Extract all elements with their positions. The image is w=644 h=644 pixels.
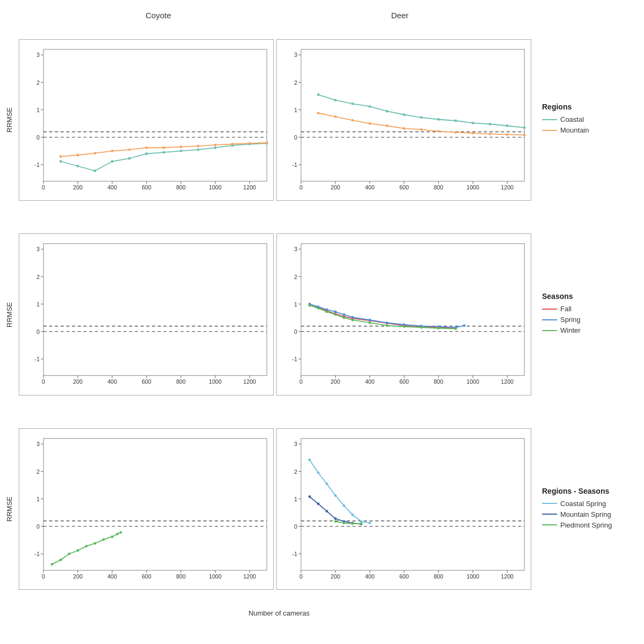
y-label-2: RRMSE — [5, 496, 16, 522]
svg-point-95 — [352, 119, 354, 121]
svg-text:0: 0 — [294, 134, 297, 140]
svg-point-189 — [343, 317, 346, 319]
svg-text:400: 400 — [107, 378, 117, 385]
svg-text:1200: 1200 — [501, 184, 514, 191]
svg-text:0: 0 — [36, 523, 40, 530]
svg-text:400: 400 — [365, 378, 375, 385]
svg-point-232 — [116, 533, 119, 536]
svg-point-261 — [309, 458, 311, 461]
svg-point-46 — [163, 146, 165, 149]
svg-text:400: 400 — [107, 573, 117, 580]
svg-point-34 — [180, 149, 182, 152]
svg-point-192 — [386, 324, 389, 327]
svg-text:1: 1 — [36, 496, 40, 502]
svg-text:1200: 1200 — [243, 184, 256, 191]
svg-point-226 — [68, 552, 71, 555]
svg-text:3: 3 — [36, 441, 40, 447]
svg-point-86 — [420, 116, 423, 119]
svg-point-100 — [437, 130, 440, 133]
svg-text:0: 0 — [36, 328, 40, 335]
charts-in-row-2: -10123020040060080010001200 -10123020040… — [19, 428, 531, 590]
legend-area-2: Regions - Seasons Coastal Spring Mountai… — [531, 487, 639, 532]
svg-text:200: 200 — [73, 184, 83, 191]
svg-point-279 — [360, 522, 363, 525]
svg-point-87 — [437, 118, 440, 121]
svg-point-82 — [352, 102, 354, 105]
main-container: Coyote Deer RRMSE -101230200400600800100… — [0, 0, 644, 644]
rows-area: RRMSE -10123020040060080010001200 -10123… — [5, 23, 639, 606]
svg-text:0: 0 — [36, 134, 40, 140]
svg-point-36 — [214, 146, 217, 149]
svg-text:1200: 1200 — [243, 573, 256, 580]
svg-text:2: 2 — [294, 79, 297, 85]
svg-point-186 — [317, 307, 320, 310]
svg-point-48 — [197, 144, 200, 147]
svg-point-96 — [369, 122, 371, 125]
legend-title-2: Regions - Seasons — [542, 487, 639, 495]
svg-point-41 — [77, 153, 79, 156]
svg-point-196 — [455, 327, 457, 330]
svg-rect-133 — [301, 244, 524, 376]
y-label-1: RRMSE — [5, 302, 16, 327]
legend-item-coastal: Coastal — [542, 115, 639, 123]
svg-point-268 — [369, 522, 371, 524]
legend-label-mountain-spring: Mountain Spring — [560, 510, 611, 518]
svg-text:600: 600 — [142, 378, 151, 385]
svg-point-97 — [386, 124, 389, 127]
svg-text:600: 600 — [399, 184, 409, 191]
svg-text:1: 1 — [294, 301, 297, 308]
svg-point-88 — [455, 119, 457, 122]
svg-point-105 — [523, 134, 526, 136]
svg-text:1000: 1000 — [209, 378, 222, 385]
svg-text:3: 3 — [294, 52, 297, 58]
svg-text:800: 800 — [434, 573, 443, 580]
svg-text:200: 200 — [73, 378, 83, 385]
svg-point-80 — [317, 93, 320, 96]
svg-point-30 — [111, 160, 114, 163]
col-header-deer: Deer — [279, 11, 521, 20]
svg-text:-1: -1 — [34, 551, 39, 557]
svg-point-99 — [420, 128, 423, 131]
svg-text:1200: 1200 — [501, 378, 514, 385]
svg-point-272 — [334, 517, 337, 520]
svg-text:3: 3 — [36, 52, 40, 58]
svg-text:200: 200 — [331, 184, 340, 191]
legend-line-coastal — [542, 119, 557, 120]
svg-text:400: 400 — [365, 573, 375, 580]
svg-point-233 — [120, 531, 122, 534]
svg-text:0: 0 — [299, 573, 303, 580]
svg-text:1: 1 — [294, 496, 297, 502]
svg-text:3: 3 — [294, 246, 297, 253]
svg-point-276 — [334, 520, 337, 523]
col-headers: Coyote Deer — [38, 11, 521, 20]
svg-point-91 — [506, 124, 509, 127]
svg-point-224 — [51, 563, 54, 566]
svg-text:400: 400 — [365, 184, 375, 191]
legend-item-winter: Winter — [542, 326, 639, 334]
svg-point-50 — [231, 143, 234, 145]
svg-point-51 — [248, 142, 251, 144]
charts-in-row-1: -10123020040060080010001200 -10123020040… — [19, 233, 531, 396]
svg-text:0: 0 — [299, 184, 303, 191]
svg-point-266 — [352, 514, 354, 516]
svg-text:0: 0 — [294, 523, 297, 530]
legend-label-coastal: Coastal — [560, 115, 584, 123]
svg-point-49 — [214, 143, 217, 146]
svg-text:1000: 1000 — [209, 573, 222, 580]
svg-point-27 — [60, 160, 62, 163]
svg-point-270 — [317, 502, 320, 505]
svg-text:1000: 1000 — [466, 573, 479, 580]
svg-point-179 — [386, 321, 389, 324]
y-label-0: RRMSE — [5, 107, 16, 133]
svg-point-101 — [455, 131, 457, 134]
chart-panel-2-1: -10123020040060080010001200 — [276, 428, 531, 590]
legend-line-spring — [542, 319, 557, 320]
svg-text:3: 3 — [36, 246, 40, 253]
svg-point-81 — [334, 99, 337, 101]
svg-point-193 — [403, 325, 406, 328]
svg-point-103 — [489, 133, 492, 135]
svg-text:1000: 1000 — [466, 184, 479, 191]
legend-item-fall: Fall — [542, 305, 639, 313]
legend-item-mountain-spring: Mountain Spring — [542, 510, 639, 518]
svg-text:1200: 1200 — [501, 573, 514, 580]
